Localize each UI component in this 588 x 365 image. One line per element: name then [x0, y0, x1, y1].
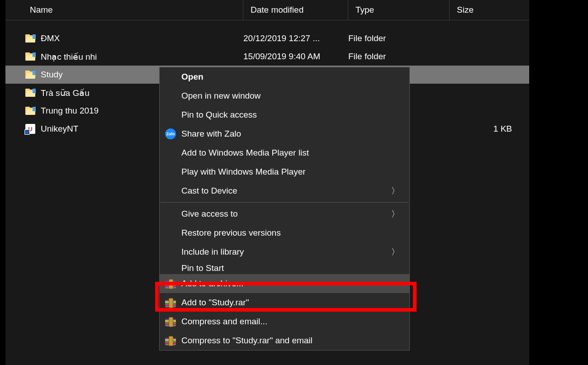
winrar-icon: [164, 334, 177, 347]
column-headers: Name Date modified Type Size: [5, 0, 529, 20]
winrar-icon: [164, 277, 177, 290]
folder-icon: [25, 107, 41, 115]
menu-item-label: Share with Zalo: [181, 129, 241, 139]
file-row[interactable]: Nhạc thiếu nhi15/09/2019 9:40 AMFile fol…: [5, 47, 529, 66]
menu-item[interactable]: Pin to Start: [160, 261, 409, 274]
menu-item-label: Add to "Study.rar": [181, 298, 249, 308]
menu-item-label: Include in library: [181, 247, 244, 257]
zalo-icon: Zalo: [164, 128, 177, 140]
file-name: Nhạc thiếu nhi: [41, 52, 243, 62]
shortcut-icon: U: [25, 124, 41, 134]
menu-item-label: Add to archive...: [181, 279, 243, 289]
column-header-date[interactable]: Date modified: [243, 0, 348, 20]
column-header-type[interactable]: Type: [348, 0, 450, 20]
menu-item-label: Compress and email...: [181, 317, 267, 327]
menu-item-label: Open: [181, 72, 204, 82]
menu-item-label: Restore previous versions: [181, 228, 281, 238]
context-menu: OpenOpen in new windowPin to Quick acces…: [159, 67, 410, 351]
menu-item[interactable]: Add to Windows Media Player list: [160, 143, 409, 162]
menu-item[interactable]: Add to "Study.rar": [160, 293, 409, 312]
menu-item[interactable]: Open: [160, 67, 409, 86]
menu-item[interactable]: Give access to〉: [160, 204, 409, 223]
menu-item-label: Pin to Quick access: [181, 110, 257, 120]
file-date: 15/09/2019 9:40 AM: [243, 52, 348, 62]
folder-icon: [25, 71, 41, 79]
file-date: 20/12/2019 12:27 ...: [243, 33, 348, 43]
winrar-icon: [164, 296, 177, 309]
menu-item[interactable]: Add to archive...: [160, 274, 409, 293]
menu-item-label: Compress to "Study.rar" and email: [181, 336, 313, 346]
menu-item-label: Give access to: [181, 209, 238, 219]
chevron-right-icon: 〉: [391, 185, 399, 196]
winrar-icon: [164, 315, 177, 328]
menu-item[interactable]: Open in new window: [160, 86, 409, 105]
column-header-name[interactable]: Name: [5, 0, 243, 20]
menu-separator: [161, 202, 408, 203]
folder-icon: [25, 52, 41, 61]
chevron-right-icon: 〉: [391, 209, 399, 219]
menu-item-label: Pin to Start: [181, 263, 224, 273]
folder-icon: [25, 34, 41, 43]
file-explorer-view: Name Date modified Type Size ĐMX20/12/20…: [5, 0, 529, 365]
column-header-size[interactable]: Size: [450, 0, 529, 20]
file-type: File folder: [348, 52, 450, 62]
menu-item[interactable]: Cast to Device〉: [160, 181, 409, 200]
menu-item[interactable]: Play with Windows Media Player: [160, 162, 409, 181]
menu-item-label: Cast to Device: [181, 186, 237, 196]
file-size: 1 KB: [450, 124, 529, 134]
chevron-right-icon: 〉: [391, 246, 399, 257]
menu-item[interactable]: Pin to Quick access: [160, 105, 409, 124]
file-name: ĐMX: [41, 33, 243, 43]
menu-item[interactable]: Compress and email...: [160, 312, 409, 331]
menu-item[interactable]: ZaloShare with Zalo: [160, 124, 409, 143]
folder-icon: [25, 89, 41, 97]
menu-item-label: Open in new window: [181, 91, 261, 101]
menu-item[interactable]: Compress to "Study.rar" and email: [160, 331, 409, 350]
menu-item[interactable]: Include in library〉: [160, 242, 409, 261]
menu-item-label: Play with Windows Media Player: [181, 167, 306, 177]
menu-item[interactable]: Restore previous versions: [160, 223, 409, 242]
file-type: File folder: [348, 33, 450, 43]
file-row[interactable]: ĐMX20/12/2019 12:27 ...File folder: [5, 29, 529, 47]
menu-item-label: Add to Windows Media Player list: [181, 148, 309, 158]
